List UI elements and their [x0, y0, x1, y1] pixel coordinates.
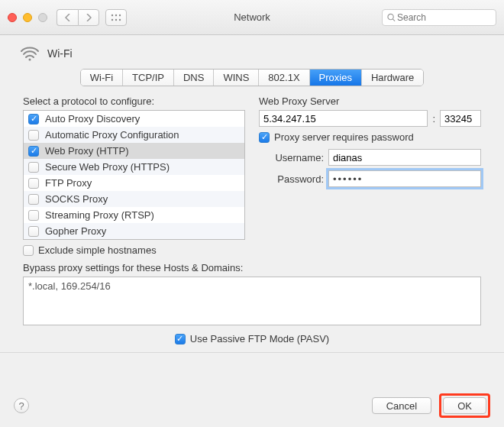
nav-buttons [57, 9, 99, 26]
content-area: Wi-Fi Wi-FiTCP/IPDNSWINS802.1XProxiesHar… [0, 35, 504, 427]
tab-wins[interactable]: WINS [214, 70, 259, 86]
proxy-host-input[interactable] [259, 110, 428, 127]
protocol-checkbox[interactable]: ✓ [28, 114, 39, 125]
bypass-textarea[interactable]: *.local, 169.254/16 [23, 277, 481, 325]
svg-point-2 [119, 14, 121, 15]
footer: ? Cancel OK [14, 393, 490, 418]
protocol-label: FTP Proxy [45, 177, 92, 189]
bypass-label: Bypass proxy settings for these Hosts & … [23, 262, 481, 273]
server-title: Web Proxy Server [259, 95, 481, 107]
requires-password-label: Proxy server requires password [274, 131, 414, 143]
svg-point-4 [115, 18, 117, 20]
protocol-row[interactable]: SOCKS Proxy [24, 191, 244, 207]
tab-proxies[interactable]: Proxies [310, 70, 362, 86]
pasv-label: Use Passive FTP Mode (PASV) [190, 333, 329, 345]
minimize-window-button[interactable] [23, 13, 32, 22]
protocol-row[interactable]: ✓Auto Proxy Discovery [24, 111, 244, 127]
chevron-left-icon [65, 14, 71, 21]
svg-point-6 [388, 14, 393, 19]
svg-point-0 [111, 14, 113, 15]
protocol-label: Secure Web Proxy (HTTPS) [45, 161, 170, 173]
tab-tcp-ip[interactable]: TCP/IP [123, 70, 174, 86]
exclude-simple-checkbox[interactable] [23, 245, 34, 256]
tab-802-1x[interactable]: 802.1X [259, 70, 309, 86]
protocol-label: Select a protocol to configure: [23, 95, 245, 107]
svg-point-8 [29, 59, 31, 61]
protocol-checkbox[interactable] [28, 162, 39, 173]
protocol-checkbox[interactable] [28, 226, 39, 237]
svg-line-7 [393, 18, 395, 21]
svg-point-1 [115, 14, 117, 15]
host-port-sep: : [432, 113, 435, 125]
username-label: Username: [259, 152, 324, 163]
protocol-row[interactable]: FTP Proxy [24, 175, 244, 191]
window-toolbar: Network [0, 0, 504, 35]
protocol-label: Gopher Proxy [45, 225, 106, 237]
interface-name: Wi-Fi [47, 47, 73, 60]
tab-dns[interactable]: DNS [174, 70, 214, 86]
exclude-simple-row[interactable]: Exclude simple hostnames [23, 244, 245, 256]
pasv-checkbox[interactable]: ✓ [175, 334, 186, 345]
protocol-label: Web Proxy (HTTP) [45, 145, 129, 157]
protocol-row[interactable]: Streaming Proxy (RTSP) [24, 207, 244, 223]
protocol-list[interactable]: ✓Auto Proxy DiscoveryAutomatic Proxy Con… [23, 110, 245, 240]
cancel-button[interactable]: Cancel [372, 397, 431, 414]
tab-hardware[interactable]: Hardware [362, 70, 423, 86]
protocol-checkbox[interactable] [28, 194, 39, 205]
show-all-button[interactable] [105, 9, 127, 26]
proxy-port-input[interactable] [440, 110, 481, 127]
search-field-wrap[interactable] [382, 9, 496, 26]
requires-password-checkbox[interactable]: ✓ [259, 132, 270, 143]
password-label: Password: [259, 173, 324, 185]
password-input[interactable]: •••••• [328, 170, 481, 187]
interface-header: Wi-Fi [14, 43, 490, 67]
pasv-row[interactable]: ✓ Use Passive FTP Mode (PASV) [14, 333, 490, 345]
protocol-label: Auto Proxy Discovery [45, 113, 140, 125]
ok-button[interactable]: OK [443, 397, 486, 414]
protocol-label: SOCKS Proxy [45, 193, 108, 205]
requires-password-row[interactable]: ✓ Proxy server requires password [259, 131, 481, 143]
window-title: Network [234, 11, 270, 23]
footer-separator [0, 352, 504, 353]
tab-wi-fi[interactable]: Wi-Fi [81, 70, 123, 86]
help-button[interactable]: ? [14, 398, 29, 413]
forward-button[interactable] [78, 9, 99, 26]
protocol-row[interactable]: ✓Web Proxy (HTTP) [24, 143, 244, 159]
zoom-window-button [38, 13, 47, 22]
tabs: Wi-FiTCP/IPDNSWINS802.1XProxiesHardware [80, 69, 425, 86]
protocol-label: Streaming Proxy (RTSP) [45, 209, 154, 221]
protocol-label: Automatic Proxy Configuration [45, 129, 179, 141]
protocol-checkbox[interactable] [28, 130, 39, 141]
protocol-row[interactable]: Automatic Proxy Configuration [24, 127, 244, 143]
grid-icon [111, 14, 121, 21]
protocol-row[interactable]: Secure Web Proxy (HTTPS) [24, 159, 244, 175]
search-input[interactable] [396, 11, 491, 24]
protocol-row[interactable]: Gopher Proxy [24, 223, 244, 239]
protocol-checkbox[interactable] [28, 178, 39, 189]
wifi-icon [20, 46, 40, 61]
protocol-checkbox[interactable]: ✓ [28, 146, 39, 157]
protocol-checkbox[interactable] [28, 210, 39, 221]
svg-point-5 [119, 18, 121, 20]
username-input[interactable] [328, 149, 481, 166]
back-button[interactable] [57, 9, 78, 26]
close-window-button[interactable] [8, 13, 17, 22]
svg-point-3 [111, 18, 113, 20]
ok-highlight: OK [439, 393, 490, 418]
traffic-lights [8, 13, 47, 22]
chevron-right-icon [86, 14, 92, 21]
exclude-simple-label: Exclude simple hostnames [38, 244, 157, 256]
search-icon [387, 13, 396, 22]
